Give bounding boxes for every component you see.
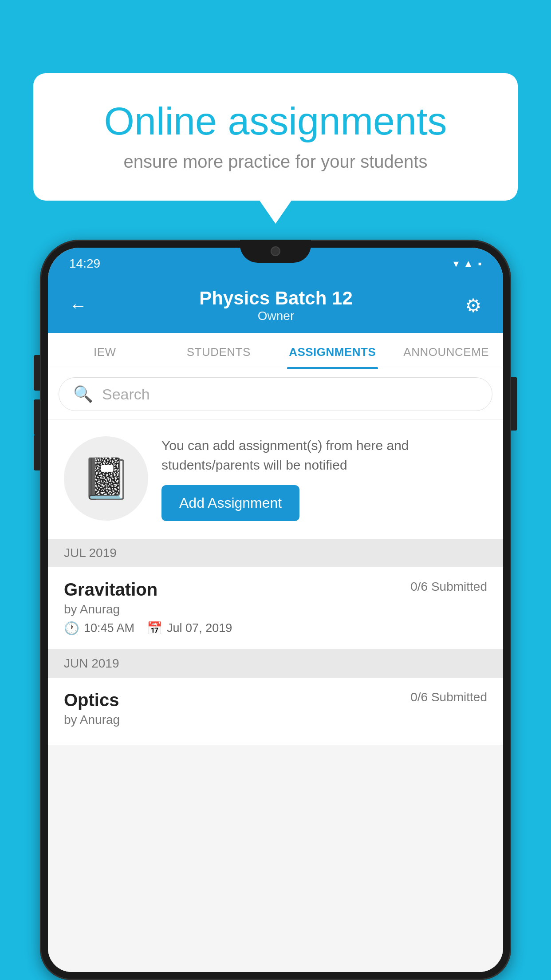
battery-icon: ▪ bbox=[478, 257, 482, 270]
assignment-title: Gravitation bbox=[64, 580, 157, 600]
phone-outer: 14:29 ▾ ▲ ▪ ← Physics Batch 12 Owner ⚙ I… bbox=[40, 240, 511, 980]
content-area: 🔍 Search 📓 You can add assignment(s) fro… bbox=[48, 369, 503, 972]
header-title-block: Physics Batch 12 Owner bbox=[199, 288, 353, 323]
search-icon: 🔍 bbox=[73, 385, 93, 403]
promo-description: You can add assignment(s) from here and … bbox=[161, 436, 487, 474]
assignment-date: 📅 Jul 07, 2019 bbox=[147, 621, 232, 636]
assignment-item-header-optics: Optics 0/6 Submitted bbox=[64, 690, 487, 710]
assignment-by: by Anurag bbox=[64, 602, 487, 616]
tab-assignments[interactable]: ASSIGNMENTS bbox=[276, 333, 390, 369]
tabs-bar: IEW STUDENTS ASSIGNMENTS ANNOUNCEME bbox=[48, 333, 503, 369]
tab-iew[interactable]: IEW bbox=[48, 333, 162, 369]
assignment-submitted: 0/6 Submitted bbox=[410, 580, 487, 594]
phone-container: 14:29 ▾ ▲ ▪ ← Physics Batch 12 Owner ⚙ I… bbox=[40, 240, 511, 980]
status-icons: ▾ ▲ ▪ bbox=[453, 257, 482, 270]
assignment-meta: 🕐 10:45 AM 📅 Jul 07, 2019 bbox=[64, 621, 487, 636]
speech-bubble-title: Online assignments bbox=[64, 100, 487, 143]
tab-students[interactable]: STUDENTS bbox=[162, 333, 276, 369]
section-header-jul: JUL 2019 bbox=[48, 539, 503, 567]
notch bbox=[240, 240, 311, 263]
assignment-time: 🕐 10:45 AM bbox=[64, 621, 134, 636]
assignment-item-header: Gravitation 0/6 Submitted bbox=[64, 580, 487, 600]
app-header: ← Physics Batch 12 Owner ⚙ bbox=[48, 280, 503, 333]
assignment-item-gravitation[interactable]: Gravitation 0/6 Submitted by Anurag 🕐 10… bbox=[48, 567, 503, 649]
promo-section: 📓 You can add assignment(s) from here an… bbox=[48, 420, 503, 539]
search-bar-container: 🔍 Search bbox=[48, 369, 503, 419]
promo-text-block: You can add assignment(s) from here and … bbox=[161, 436, 487, 521]
signal-icon: ▲ bbox=[463, 257, 474, 270]
status-time: 14:29 bbox=[69, 257, 100, 271]
app-title: Physics Batch 12 bbox=[199, 288, 353, 309]
notebook-icon: 📓 bbox=[81, 455, 131, 502]
assignment-submitted-optics: 0/6 Submitted bbox=[410, 690, 487, 704]
clock-icon: 🕐 bbox=[64, 621, 79, 636]
assignment-title-optics: Optics bbox=[64, 690, 119, 710]
app-subtitle: Owner bbox=[199, 309, 353, 323]
assignment-item-optics[interactable]: Optics 0/6 Submitted by Anurag bbox=[48, 678, 503, 745]
speech-bubble: Online assignments ensure more practice … bbox=[33, 73, 518, 201]
wifi-icon: ▾ bbox=[453, 257, 459, 270]
assignment-by-optics: by Anurag bbox=[64, 713, 487, 727]
settings-icon[interactable]: ⚙ bbox=[465, 295, 482, 316]
add-assignment-button[interactable]: Add Assignment bbox=[161, 485, 299, 521]
speech-bubble-subtitle: ensure more practice for your students bbox=[64, 152, 487, 172]
search-placeholder: Search bbox=[102, 386, 150, 403]
search-bar[interactable]: 🔍 Search bbox=[59, 377, 492, 411]
speech-bubble-container: Online assignments ensure more practice … bbox=[33, 73, 518, 201]
tab-announcements[interactable]: ANNOUNCEME bbox=[390, 333, 504, 369]
calendar-icon: 📅 bbox=[147, 621, 162, 636]
phone-screen: 14:29 ▾ ▲ ▪ ← Physics Batch 12 Owner ⚙ I… bbox=[48, 248, 503, 972]
promo-icon-circle: 📓 bbox=[64, 436, 148, 521]
section-header-jun: JUN 2019 bbox=[48, 649, 503, 678]
camera-dot bbox=[271, 246, 280, 256]
back-button[interactable]: ← bbox=[69, 296, 87, 316]
